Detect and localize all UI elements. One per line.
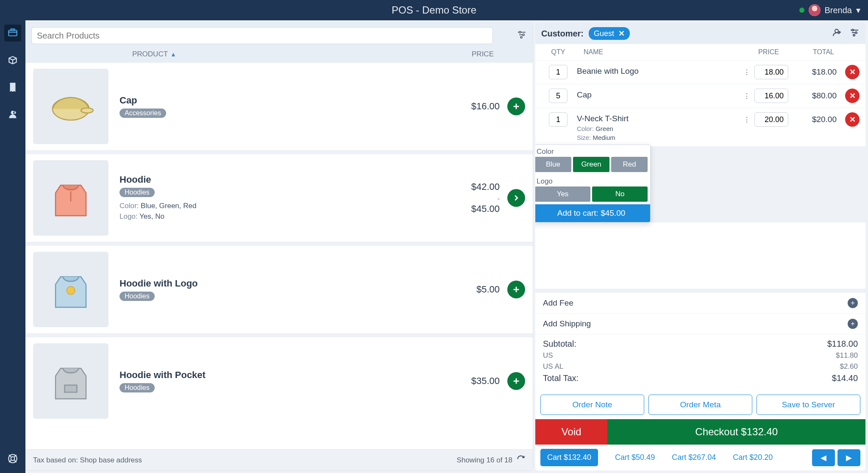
remove-item-button[interactable]: ✕ — [845, 65, 860, 79]
carts-prev-button[interactable]: ◀ — [812, 449, 835, 466]
current-cart-button[interactable]: Cart $132.40 — [540, 449, 598, 466]
product-thumb — [33, 69, 108, 144]
svg-point-10 — [852, 29, 854, 31]
remove-item-button[interactable]: ✕ — [845, 112, 860, 127]
showing-count: Showing 16 of 18 — [457, 456, 512, 465]
cart-item: V-Neck T-ShirtColor: GreenSize: Medium⋮$… — [535, 108, 865, 146]
price-input[interactable] — [754, 112, 788, 127]
add-fee-row[interactable]: Add Fee+ — [535, 293, 865, 314]
product-thumb — [33, 160, 108, 236]
nav-register-icon[interactable] — [4, 25, 21, 42]
svg-point-11 — [855, 32, 857, 33]
user-menu[interactable]: Brenda ▾ — [799, 4, 861, 16]
nav-customers-icon[interactable] — [4, 106, 21, 123]
side-nav — [0, 20, 25, 473]
checkout-button[interactable]: Checkout $132.40 — [607, 419, 865, 445]
avatar — [809, 4, 821, 16]
search-input[interactable] — [37, 31, 487, 41]
cart-tab[interactable]: Cart $267.04 — [672, 453, 716, 462]
price-input[interactable] — [754, 65, 788, 79]
plus-icon: + — [848, 298, 858, 308]
item-menu-icon[interactable]: ⋮ — [739, 89, 754, 103]
variant-add-button[interactable]: Add to cart: $45.00 — [535, 204, 650, 222]
product-tag[interactable]: Accessories — [120, 109, 166, 118]
refresh-icon[interactable] — [517, 455, 525, 465]
svg-point-8 — [67, 287, 75, 295]
nav-products-icon[interactable] — [4, 52, 21, 69]
app-title: POS - Demo Store — [392, 4, 476, 16]
order-note-button[interactable]: Order Note — [540, 395, 644, 415]
remove-item-button[interactable]: ✕ — [845, 89, 860, 103]
cart-item-name: Beanie with Logo — [575, 65, 739, 76]
item-menu-icon[interactable]: ⋮ — [739, 112, 754, 127]
cart-item-name: V-Neck T-ShirtColor: GreenSize: Medium — [575, 112, 739, 142]
filter-icon[interactable] — [517, 30, 527, 42]
variant-option[interactable]: Yes — [535, 186, 590, 202]
product-expand-button[interactable] — [507, 189, 525, 207]
product-name: Hoodie with Pocket — [120, 370, 471, 381]
order-meta-button[interactable]: Order Meta — [648, 395, 752, 415]
user-name: Brenda — [825, 6, 852, 15]
cart-item: Beanie with Logo⋮$18.00✕ — [535, 60, 865, 84]
cart-tab[interactable]: Cart $50.49 — [615, 453, 655, 462]
cart-panel: Customer: Guest ✕ QTY NAME PRICE — [535, 23, 865, 470]
product-name: Hoodie with Logo — [120, 278, 476, 289]
product-price: $5.00 — [476, 284, 500, 295]
variant-option[interactable]: Red — [611, 157, 648, 172]
product-add-button[interactable] — [507, 372, 525, 390]
variant-popup: Color BlueGreenRed Logo YesNo Add to car… — [535, 145, 651, 223]
item-menu-icon[interactable]: ⋮ — [739, 65, 754, 80]
svg-rect-0 — [8, 31, 17, 36]
product-thumb — [33, 252, 108, 327]
close-icon[interactable]: ✕ — [618, 29, 625, 38]
product-row: CapAccessories$16.00 — [25, 63, 533, 150]
product-tag[interactable]: Hoodies — [120, 292, 155, 301]
qty-input[interactable] — [549, 89, 568, 103]
variant-option[interactable]: Green — [573, 157, 609, 172]
svg-point-2 — [11, 457, 15, 461]
product-add-button[interactable] — [507, 97, 525, 115]
svg-rect-9 — [65, 385, 77, 392]
customer-pill[interactable]: Guest ✕ — [589, 27, 630, 40]
product-tag[interactable]: Hoodies — [120, 188, 155, 197]
cart-tab[interactable]: Cart $20.20 — [733, 453, 773, 462]
nav-orders-icon[interactable] — [4, 79, 21, 96]
qty-input[interactable] — [549, 65, 568, 79]
variant-option[interactable]: No — [592, 186, 648, 202]
save-server-button[interactable]: Save to Server — [757, 395, 860, 415]
void-button[interactable]: Void — [535, 419, 607, 445]
sort-product[interactable]: PRODUCT▲ — [132, 50, 176, 58]
app-header: POS - Demo Store Brenda ▾ — [0, 0, 868, 20]
line-total: $18.00 — [788, 65, 839, 77]
product-tag[interactable]: Hoodies — [120, 383, 155, 392]
product-row: Hoodie with LogoHoodies$5.00 — [25, 242, 533, 333]
product-name: Cap — [120, 95, 471, 106]
products-footer: Tax based on: Shop base address Showing … — [25, 449, 533, 470]
product-price: $42.00-$45.00 — [471, 181, 500, 214]
qty-input[interactable] — [549, 112, 568, 127]
cart-settings-icon[interactable] — [849, 28, 860, 40]
product-variants: Color: Blue, Green, RedLogo: Yes, No — [120, 200, 471, 222]
svg-point-5 — [520, 36, 522, 38]
product-price: $16.00 — [471, 101, 500, 112]
product-add-button[interactable] — [507, 281, 525, 298]
svg-point-7 — [81, 108, 93, 113]
variant-option[interactable]: Blue — [535, 157, 571, 172]
cart-header: Customer: Guest ✕ — [535, 23, 865, 44]
carts-next-button[interactable]: ▶ — [837, 449, 860, 466]
add-shipping-row[interactable]: Add Shipping+ — [535, 314, 865, 334]
plus-icon: + — [848, 319, 858, 329]
search-wrap[interactable] — [31, 27, 493, 44]
cart-columns: QTY NAME PRICE TOTAL — [535, 44, 865, 60]
sort-price[interactable]: PRICE — [472, 50, 494, 58]
product-row: Hoodie with PocketHoodies$35.00 — [25, 333, 533, 425]
line-total: $20.00 — [788, 112, 839, 124]
variant-logo-label: Logo — [535, 175, 650, 186]
add-customer-icon[interactable] — [832, 28, 842, 40]
svg-point-4 — [523, 34, 524, 36]
cart-totals: Subtotal:$118.00 US$11.80 US AL$2.60 Tot… — [535, 334, 865, 390]
price-input[interactable] — [754, 89, 788, 103]
sort-asc-icon: ▲ — [170, 51, 176, 58]
nav-support-icon[interactable] — [4, 450, 21, 467]
product-price: $35.00 — [471, 376, 500, 387]
